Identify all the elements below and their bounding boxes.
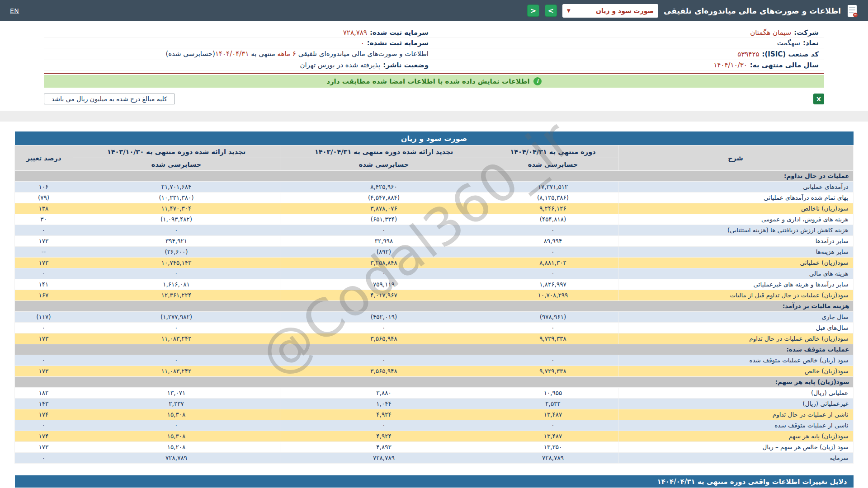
row-change-percent: -- [14,247,73,258]
table-row: سود (زیان) خالص هر سهم – ریال۱۳,۳۵۰۴,۸۹۳… [14,442,853,453]
section-label: سود(زیان) پایه هر سهم: [14,377,853,388]
red-divider [44,73,824,74]
row-value-restated-1: ۴,۹۲۴ [280,409,488,420]
row-value-restated-1: ۳,۸۸۰ [280,388,488,399]
excel-export-icon[interactable]: X [813,94,824,104]
row-label: سود(زیان) ناخالص [618,203,853,214]
row-value-restated-2: (۲۶,۶۰۰) [73,247,280,258]
statement-section: صورت سود و زیان شرح دوره منتهی به ۱۴۰۴/۰… [15,131,854,464]
row-change-percent: ۰ [14,225,73,236]
row-value-period-current: ۰ [488,247,618,258]
row-label: سرمایه [618,453,853,464]
row-value-restated-1: (۶۵۱,۳۳۴) [280,214,488,225]
row-value-restated-1: ۰ [280,268,488,279]
row-value-restated-1: ۰ [280,225,488,236]
row-label: سود(زیان) خالص عملیات در حال تداوم [618,333,853,344]
row-label: درآمدهای عملیاتی [618,182,853,192]
next-statement-button[interactable]: > [545,5,557,17]
chevron-down-icon: ▼ [567,8,571,13]
statement-tbody: عملیات در حال تداوم:درآمدهای عملیاتی۱۷,۳… [14,171,853,464]
row-value-restated-2: ۰ [73,323,280,333]
row-value-period-current: ۹,۲۴۶,۱۲۶ [488,203,618,214]
row-label: سود(زیان) پایه هر سهم [618,431,853,442]
table-row: بهای تمام شده درآمدهای عملیاتی(۸,۱۲۵,۳۸۶… [14,192,853,203]
row-value-restated-2: ۱۱,۰۸۳,۲۴۲ [73,333,280,344]
row-value-restated-2: ۰ [73,225,280,236]
section-label: عملیات در حال تداوم: [14,171,853,182]
table-row: سایر درآمدها و هزینه های غیرعملیاتی۱,۸۲۶… [14,279,853,290]
row-value-restated-2: ۱۱,۴۷۰,۳۰۴ [73,203,280,214]
report-icon[interactable] [846,4,858,18]
row-value-period-current: ۱۷,۳۷۱,۵۱۲ [488,182,618,192]
table-row: سود(زیان) عملیاتی۸,۸۸۱,۳۰۲۳,۲۵۸,۸۴۸۱۰,۷۴… [14,258,853,268]
table-row: سال جاری(۹۷۸,۹۶۱)(۴۵۲,۰۱۹)(۱,۲۷۷,۹۸۲)(۱۱… [14,312,853,323]
table-row: سایر هزینه‌ها۰(۸۹۲)(۲۶,۶۰۰)-- [14,247,853,258]
row-change-percent: ۱۸۲ [14,388,73,399]
changes-reason-band[interactable]: دلایل تغییرات اطلاعات واقعی دوره منتهی ب… [15,475,854,488]
table-row: سود(زیان) خالص۹,۷۲۹,۳۳۸۳,۵۶۵,۹۴۸۱۱,۰۸۳,۲… [14,366,853,377]
col-header-change-percent: درصد تغییر [14,145,73,171]
row-change-percent: ۱۷۴ [14,409,73,420]
row-change-percent: ۰ [14,420,73,431]
col-header-period-restated-2: تجدید ارائه شده دوره منتهی به ۱۴۰۳/۱۰/۳۰ [73,145,280,158]
row-change-percent: ۱۰۶ [14,182,73,192]
row-value-restated-2: ۱۵,۳۰۸ [73,409,280,420]
row-value-restated-2: ۱۲,۳۶۱,۲۲۴ [73,290,280,301]
statement-select[interactable]: صورت سود و زیان ▼ [562,4,658,18]
section-label: هزینه مالیات بر درآمد: [14,301,853,312]
row-value-restated-2: ۱۰,۷۴۵,۱۴۳ [73,258,280,268]
row-value-period-current: ۰ [488,268,618,279]
row-change-percent: ۱۷۳ [14,236,73,247]
row-label: سود(زیان) عملیات در حال تداوم قبل از مال… [618,290,853,301]
table-header-row: شرح دوره منتهی به ۱۴۰۴/۰۴/۳۱ تجدید ارائه… [14,145,853,158]
english-language-link[interactable]: EN [10,7,19,14]
row-value-period-current: (۸,۱۲۵,۳۸۶) [488,192,618,203]
info-right-row-0: شرکت:سیمان هگمتان [434,28,824,38]
table-row: ناشی از عملیات در حال تداوم۱۳,۴۸۷۴,۹۲۴۱۵… [14,409,853,420]
table-row: سود (زیان) خالص عملیات متوقف شده۰۰۰۰ [14,355,853,366]
info-label: کد صنعت (ISIC): [762,50,819,58]
prev-statement-button[interactable]: < [527,5,539,17]
info-text-part: (حسابرسی شده) [165,50,215,58]
info-label: نماد: [803,39,819,47]
row-change-percent: (۱۱۷) [14,312,73,323]
col-subheader-audited-2: حسابرسی شده [280,158,488,171]
row-change-percent: ۰ [14,323,73,333]
row-change-percent: ۱۷۳ [14,333,73,344]
info-icon: i [533,77,542,85]
info-right-row-1: نماد:سهگمت [434,38,824,48]
row-label: سایر هزینه‌ها [618,247,853,258]
table-row: سود(زیان) عملیات در حال تداوم قبل از مال… [14,290,853,301]
row-value-restated-2: ۰ [73,355,280,366]
row-label: ناشی از عملیات متوقف شده [618,420,853,431]
row-change-percent: ۱۷۳ [14,258,73,268]
row-value-period-current: ۷۲۸,۷۸۹ [488,453,618,464]
row-label: سایر درآمدها و هزینه های غیرعملیاتی [618,279,853,290]
info-label: سرمایه ثبت نشده: [367,39,429,47]
row-value-restated-1: ۰ [280,420,488,431]
table-title: صورت سود و زیان [15,131,854,145]
row-label: سود(زیان) خالص [618,366,853,377]
col-subheader-audited-1: حسابرسی شده [488,158,618,171]
info-label: شرکت: [794,28,819,37]
info-value: پذیرفته شده در بورس تهران [300,61,381,69]
row-value-period-current: ۱۰,۹۵۵ [488,388,618,399]
info-text-part: منتهی به [249,50,277,58]
row-value-restated-2: ۰ [73,420,280,431]
row-change-percent: ۰ [14,453,73,464]
statement-select-value: صورت سود و زیان [596,7,654,14]
info-label: سرمایه ثبت شده: [370,28,429,37]
info-label: سال مالی منتهی به: [750,61,819,69]
info-value: ۵۳۹۴۲۵ [737,50,759,58]
row-value-period-current: ۹,۷۲۹,۳۳۸ [488,366,618,377]
row-change-percent: ۱۴۱ [14,279,73,290]
table-row: عملیاتی (ریال)۱۰,۹۵۵۳,۸۸۰۱۳,۰۷۱۱۸۲ [14,388,853,399]
info-value: ۰ [361,39,364,47]
section-row: هزینه مالیات بر درآمد: [14,301,853,312]
row-value-period-current: ۸۹,۹۹۴ [488,236,618,247]
row-value-restated-1: ۰ [280,355,488,366]
row-value-restated-1: ۳,۵۶۵,۹۴۸ [280,333,488,344]
table-row: سایر درآمدها۸۹,۹۹۴۳۲,۹۹۸۳۹۴,۹۲۱۱۷۳ [14,236,853,247]
row-label: سال جاری [618,312,853,323]
section-label: عملیات متوقف شده: [14,344,853,355]
